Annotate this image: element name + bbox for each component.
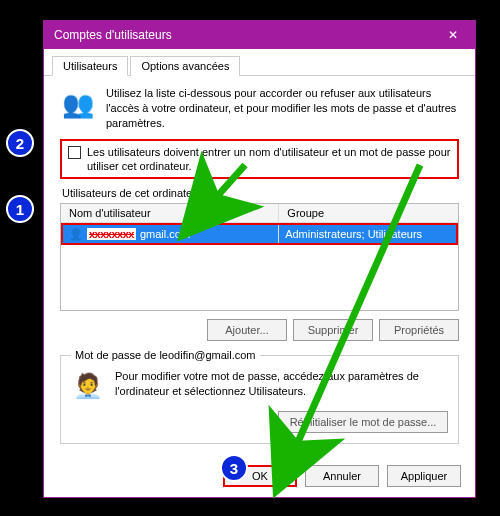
dialog-body: 👥 Utilisez la liste ci-dessous pour acco…	[44, 76, 475, 454]
require-password-row[interactable]: Les utilisateurs doivent entrer un nom d…	[60, 139, 459, 180]
password-legend: Mot de passe de leodifin@gmail.com	[71, 349, 260, 361]
users-icon: 👥	[60, 86, 96, 122]
window-title: Comptes d'utilisateurs	[54, 28, 172, 42]
badge-3: 3	[220, 454, 248, 482]
key-user-icon: 🧑‍💼	[71, 369, 105, 403]
col-group[interactable]: Groupe	[279, 204, 458, 222]
require-password-checkbox[interactable]	[68, 146, 81, 159]
list-buttons: Ajouter... Supprimer Propriétés	[60, 319, 459, 341]
tab-advanced[interactable]: Options avancées	[130, 56, 240, 76]
intro-text: Utilisez la liste ci-dessous pour accord…	[106, 86, 459, 131]
close-button[interactable]: ✕	[431, 21, 475, 49]
add-button[interactable]: Ajouter...	[207, 319, 287, 341]
user-accounts-window: Comptes d'utilisateurs ✕ Utilisateurs Op…	[43, 20, 476, 498]
tab-strip: Utilisateurs Options avancées	[44, 49, 475, 76]
password-text: Pour modifier votre mot de passe, accéde…	[115, 369, 448, 399]
badge-2: 2	[6, 129, 34, 157]
tab-users[interactable]: Utilisateurs	[52, 56, 128, 76]
row-group: Administrateurs; Utilisateurs	[279, 226, 456, 242]
username-suffix: gmail.com	[140, 228, 190, 240]
cancel-button[interactable]: Annuler	[305, 465, 379, 487]
user-list-caption: Utilisateurs de cet ordinateur :	[62, 187, 459, 199]
apply-button[interactable]: Appliquer	[387, 465, 461, 487]
password-group: Mot de passe de leodifin@gmail.com 🧑‍💼 P…	[60, 349, 459, 444]
user-list[interactable]: Nom d'utilisateur Groupe 👤 xxxxxxxxgmail…	[60, 203, 459, 311]
table-row[interactable]: 👤 xxxxxxxxgmail.com Administrateurs; Uti…	[61, 223, 458, 245]
properties-button[interactable]: Propriétés	[379, 319, 459, 341]
title-bar: Comptes d'utilisateurs ✕	[44, 21, 475, 49]
reset-password-button[interactable]: Réinitialiser le mot de passe...	[278, 411, 448, 433]
close-icon: ✕	[448, 28, 458, 42]
require-password-label: Les utilisateurs doivent entrer un nom d…	[87, 145, 451, 174]
user-icon: 👤	[69, 227, 83, 241]
col-username[interactable]: Nom d'utilisateur	[61, 204, 279, 222]
badge-1: 1	[6, 195, 34, 223]
list-header: Nom d'utilisateur Groupe	[61, 204, 458, 223]
remove-button[interactable]: Supprimer	[293, 319, 373, 341]
dialog-buttons: OK Annuler Appliquer	[223, 465, 461, 487]
username-redacted: xxxxxxxx	[87, 228, 136, 240]
